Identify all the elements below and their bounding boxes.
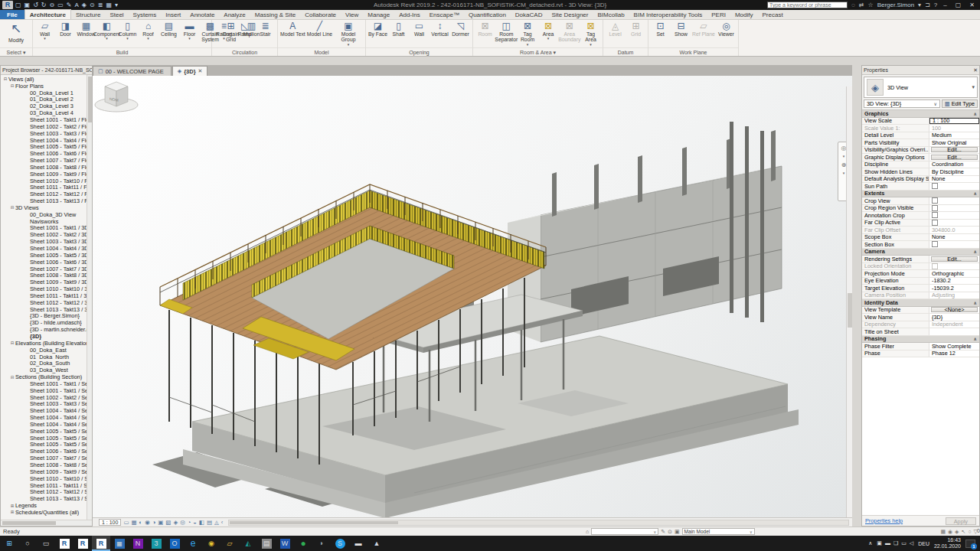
tree-item[interactable]: Sheet 1007 - Takt7 / Section xyxy=(1,455,92,461)
tree-item[interactable]: Sheet 1003 - Takt3 / 3D View xyxy=(1,238,92,245)
tree-item[interactable]: Sheet 1001 - Takt1 / Floor Pla xyxy=(1,116,92,123)
view-selector[interactable]: 3D View: {3D} ∨ xyxy=(864,99,940,108)
ribbon-tab[interactable]: File xyxy=(0,10,24,19)
ribbon-button[interactable]: ⊠Tag Room▾ xyxy=(518,21,538,46)
tree-item[interactable]: Sheet 1006 - Takt6 / Floor Pla xyxy=(1,150,92,157)
panel-label-model[interactable]: Model xyxy=(278,47,365,56)
tree-item[interactable]: 03_Doka_West xyxy=(1,367,92,373)
view-control-icon[interactable]: ◔ xyxy=(188,519,191,526)
ribbon-button[interactable]: ▱Wall▾ xyxy=(34,21,55,40)
tree-expander-icon[interactable]: ⊞ xyxy=(9,504,15,508)
property-row[interactable]: DependencyIndependent xyxy=(862,321,979,329)
ribbon-tab[interactable]: Massing & Site xyxy=(250,10,300,19)
qat-icon[interactable]: ◈ xyxy=(82,0,87,10)
taskbar-app-icon[interactable]: ○ xyxy=(18,536,37,551)
ribbon-tab[interactable]: Steel xyxy=(105,10,128,19)
edit-type-button[interactable]: ▦ Edit Type xyxy=(942,99,978,108)
signed-in-user[interactable]: Berger.Simon xyxy=(877,2,914,8)
tree-item[interactable]: Sheet 1006 - Takt6 / Section xyxy=(1,448,92,455)
tree-item[interactable]: Sheet 1011 - Takt11 / 3D View xyxy=(1,292,92,299)
tree-item[interactable]: Sheet 1005 - Takt5 / 3D View xyxy=(1,252,92,259)
property-row[interactable]: Annotation Crop xyxy=(862,212,979,220)
property-row[interactable]: Default Analysis Display S...None xyxy=(862,176,979,184)
property-row[interactable]: Eye Elevation-1830.2 xyxy=(862,278,979,285)
ribbon-button[interactable]: ↕Vertical xyxy=(430,21,450,37)
tray-icon[interactable]: ▬ xyxy=(885,540,890,546)
design-options-icon[interactable]: ▣ xyxy=(675,529,680,535)
tree-item[interactable]: {3D - Berger.Simon} xyxy=(1,313,92,320)
tree-expander-icon[interactable]: ⊟ xyxy=(9,205,15,210)
ribbon-tab[interactable]: Collaborate xyxy=(300,10,341,19)
panel-label-work-plane[interactable]: Work Plane xyxy=(648,47,738,56)
taskbar-app-icon[interactable]: ▭ xyxy=(37,536,55,551)
taskbar-app-icon[interactable]: N xyxy=(129,536,147,551)
view-tab[interactable]: ▢ 00 - WELCOME PAGE xyxy=(93,66,172,76)
tree-item[interactable]: Sheet 1001 - Takt1 / 3D View xyxy=(1,225,92,232)
ribbon-tab[interactable]: PERI xyxy=(707,10,730,19)
tree-item[interactable]: Sheet 1004 - Takt4 / Section xyxy=(1,407,92,414)
view-control-icon[interactable]: ▭ xyxy=(123,519,129,526)
property-row[interactable]: Locked Orientation xyxy=(862,263,979,271)
ribbon-button[interactable]: ⊟Show xyxy=(671,21,691,37)
ribbon-tab[interactable]: Modify xyxy=(730,10,758,19)
ribbon-tab[interactable]: Insert xyxy=(161,10,185,19)
property-row[interactable]: Scale Value 1:100 xyxy=(862,125,979,132)
view-control-icon[interactable]: ◬ xyxy=(214,519,219,526)
project-browser-title[interactable]: Project Browser - 242-016171-NB_SOFi... … xyxy=(1,66,92,75)
taskbar-app-icon[interactable]: ▤ xyxy=(257,536,276,551)
selection-filter-icon[interactable]: ◈ xyxy=(955,529,959,535)
view-tab-close-icon[interactable]: ✕ xyxy=(198,68,203,74)
tree-item[interactable]: Sheet 1011 - Takt11 / Section xyxy=(1,482,92,489)
tree-item[interactable]: {3D} xyxy=(1,333,92,340)
tray-chevron-icon[interactable]: ∧ xyxy=(868,540,872,546)
taskbar-app-icon[interactable]: ▱ xyxy=(220,536,239,551)
ribbon-tab[interactable]: Architecture xyxy=(24,9,71,19)
selection-filter-icon[interactable]: ◉ xyxy=(948,529,952,535)
tree-item[interactable]: Sheet 1008 - Takt8 / Section xyxy=(1,461,92,468)
section-header-camera[interactable]: Camera xyxy=(862,249,979,256)
panel-label-circulation[interactable]: Circulation xyxy=(212,47,277,56)
taskbar-app-icon[interactable]: ◉ xyxy=(202,536,220,551)
tree-item[interactable]: {3D - hilde.umdasch} xyxy=(1,319,92,326)
view-tab[interactable]: ◈ {3D} ✕ xyxy=(172,66,208,76)
taskbar-app-icon[interactable]: 3 xyxy=(147,536,165,551)
properties-title[interactable]: Properties ✕ xyxy=(862,66,979,75)
qat-icon[interactable]: ▢ xyxy=(15,0,21,10)
property-row[interactable]: Visibility/Graphics Overri...Edit... xyxy=(862,147,979,155)
workset-select[interactable]: ∨ xyxy=(591,528,658,535)
panel-label-opening[interactable]: Opening xyxy=(366,47,472,56)
ribbon-button[interactable]: ≡Railing▾ xyxy=(214,21,234,40)
tree-expander-icon[interactable]: ⊟ xyxy=(9,375,15,380)
taskbar-app-icon[interactable]: ⊞ xyxy=(0,536,18,551)
ribbon-tab[interactable]: Analyze xyxy=(219,10,250,19)
browser-vertical-scrollbar[interactable] xyxy=(87,75,92,520)
section-header-identity-data[interactable]: Identity Data xyxy=(862,299,979,307)
ribbon-tab[interactable]: Add-Ins xyxy=(394,10,425,19)
property-row[interactable]: Title on Sheet xyxy=(862,328,979,336)
view-control-icon[interactable]: ‹ xyxy=(221,519,224,526)
property-row[interactable]: Far Clip Active xyxy=(862,220,979,227)
worksets-icon[interactable]: ⌂ xyxy=(586,529,589,534)
panel-label-room-area[interactable]: Room & Area ▾ xyxy=(473,47,603,56)
ribbon-tab[interactable]: Manage xyxy=(363,10,394,19)
tree-item[interactable]: 00_Doka_3D View xyxy=(1,211,92,218)
taskbar-app-icon[interactable]: ● xyxy=(294,536,312,551)
qat-icon[interactable]: ▾ xyxy=(115,0,118,10)
app-store-icon[interactable]: ⊐ xyxy=(925,2,930,8)
tree-item[interactable]: Sheet 1004 - Takt4 / Section. xyxy=(1,421,92,428)
tray-icon[interactable]: ❏ xyxy=(893,540,898,546)
ribbon-button[interactable]: ╱Model Line xyxy=(306,21,333,37)
view-control-icon[interactable]: ◑ xyxy=(152,519,156,526)
tree-item[interactable]: ⊟ Sections (Building Section) xyxy=(1,373,92,380)
property-row[interactable]: DisciplineCoordination xyxy=(862,161,979,169)
ribbon-button[interactable]: ⊞Grid xyxy=(626,21,646,37)
tree-item[interactable]: Sheet 1008 - Takt8 / 3D View xyxy=(1,272,92,279)
tree-item[interactable]: ⊞ Schedules/Quantities (all) xyxy=(1,509,92,516)
property-row[interactable]: Parts VisibilityShow Original xyxy=(862,139,979,147)
ribbon-button[interactable]: ≣Stair xyxy=(255,21,276,37)
property-row[interactable]: View Template<None> xyxy=(862,307,979,315)
qat-icon[interactable]: ▦ xyxy=(106,0,112,10)
model-3d-canvas[interactable]: NOM ◎ ▾ ⊕ ▾ xyxy=(93,76,852,517)
tree-item[interactable]: Sheet 1010 - Takt10 / 3D View xyxy=(1,285,92,292)
tree-item[interactable]: Sheet 1013 - Takt13 / Section xyxy=(1,495,92,502)
